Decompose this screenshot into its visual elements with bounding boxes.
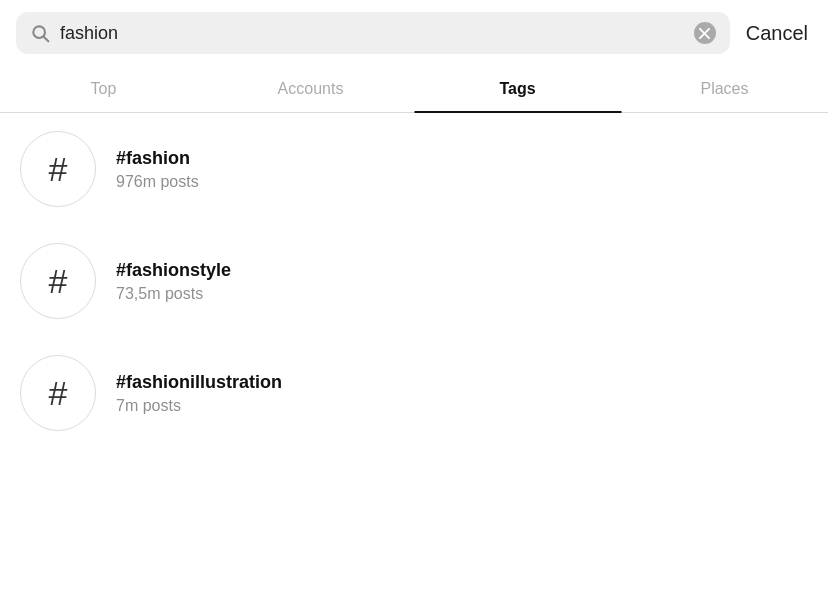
hashtag-symbol: # xyxy=(49,376,68,410)
search-input[interactable] xyxy=(60,23,684,44)
list-item[interactable]: # #fashionillustration 7m posts xyxy=(0,337,828,449)
tab-accounts[interactable]: Accounts xyxy=(207,66,414,112)
tabs-container: Top Accounts Tags Places xyxy=(0,66,828,113)
tag-posts: 976m posts xyxy=(116,173,199,191)
search-icon xyxy=(30,23,50,43)
hashtag-symbol: # xyxy=(49,264,68,298)
tag-name: #fashionstyle xyxy=(116,260,231,281)
list-item[interactable]: # #fashion 976m posts xyxy=(0,113,828,225)
tag-info: #fashion 976m posts xyxy=(116,148,199,191)
list-item[interactable]: # #fashionstyle 73,5m posts xyxy=(0,225,828,337)
tag-info: #fashionillustration 7m posts xyxy=(116,372,282,415)
hashtag-symbol: # xyxy=(49,152,68,186)
hashtag-icon-circle: # xyxy=(20,355,96,431)
cancel-button[interactable]: Cancel xyxy=(742,22,812,45)
close-icon xyxy=(699,28,710,39)
svg-line-1 xyxy=(44,37,49,42)
clear-button[interactable] xyxy=(694,22,716,44)
hashtag-icon-circle: # xyxy=(20,243,96,319)
tab-places[interactable]: Places xyxy=(621,66,828,112)
search-input-wrapper xyxy=(16,12,730,54)
hashtag-icon-circle: # xyxy=(20,131,96,207)
tab-top[interactable]: Top xyxy=(0,66,207,112)
tag-posts: 7m posts xyxy=(116,397,282,415)
search-bar: Cancel xyxy=(0,0,828,66)
tag-name: #fashionillustration xyxy=(116,372,282,393)
tab-tags[interactable]: Tags xyxy=(414,66,621,112)
tag-posts: 73,5m posts xyxy=(116,285,231,303)
tag-name: #fashion xyxy=(116,148,199,169)
tag-info: #fashionstyle 73,5m posts xyxy=(116,260,231,303)
tag-list: # #fashion 976m posts # #fashionstyle 73… xyxy=(0,113,828,449)
